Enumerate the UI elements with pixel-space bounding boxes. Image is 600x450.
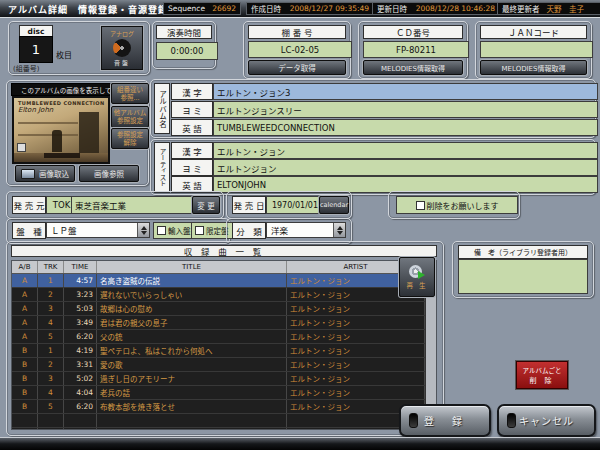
button-led-icon bbox=[409, 413, 418, 428]
track-row[interactable]: A14:57名高き盗賊の伝説エルトン・ジョン bbox=[12, 274, 425, 288]
editor-value: 天野 圭子 bbox=[547, 3, 585, 14]
album-yomi-label: ヨ ミ bbox=[171, 101, 213, 118]
created-label: 作成日時 bbox=[251, 3, 281, 14]
track-time-cell: 3:31 bbox=[64, 358, 97, 371]
track-number-cell: 5 bbox=[38, 400, 64, 413]
jan-code-field[interactable] bbox=[480, 41, 593, 58]
track-number-cell: 3 bbox=[38, 302, 64, 315]
track-title-cell bbox=[97, 428, 287, 429]
track-title-cell: 愛の歌 bbox=[97, 358, 287, 371]
spinner-icon[interactable] bbox=[137, 223, 149, 237]
group-number-ref-button[interactable]: 組番違い 参照... bbox=[111, 83, 149, 104]
album-name-group-label: アルバム名 bbox=[154, 83, 170, 134]
cover-artist-text: Elton John bbox=[18, 106, 53, 114]
calendar-button[interactable]: calendar bbox=[319, 196, 349, 214]
track-number-cell: 1 bbox=[38, 344, 64, 357]
tracklist-panel: 収 録 曲 一 覧 A/B TRK TIME TITLE ARTIST A14:… bbox=[6, 241, 444, 436]
track-side-cell: B bbox=[12, 358, 38, 371]
track-table: A/B TRK TIME TITLE ARTIST A14:57名高き盗賊の伝説… bbox=[11, 260, 437, 430]
track-time-cell: 4:04 bbox=[64, 386, 97, 399]
track-title-cell: 遅れないでいらっしゃい bbox=[97, 288, 287, 301]
publisher-name-field[interactable]: 東芝音楽工業 bbox=[71, 196, 197, 214]
track-row[interactable]: B56:20布教本部を焼き落とせエルトン・ジョン bbox=[12, 400, 425, 414]
jan-code-label: ＪＡＮコード bbox=[480, 25, 587, 39]
notes-textarea[interactable] bbox=[458, 259, 588, 294]
image-import-label: 画像取込 bbox=[39, 168, 69, 179]
data-fetch-button[interactable]: データ取得 bbox=[248, 60, 346, 75]
analog-button[interactable]: アナログ 音盤 bbox=[101, 26, 143, 70]
duration-label: 演奏時間 bbox=[156, 25, 212, 39]
image-import-button[interactable]: 画像取込 bbox=[15, 165, 75, 182]
category-dropdown[interactable]: 洋楽 bbox=[266, 222, 346, 238]
track-side-cell: A bbox=[12, 330, 38, 343]
track-artist-cell: エルトン・ジョン bbox=[287, 316, 425, 329]
cancel-button[interactable]: キャンセル bbox=[497, 404, 596, 437]
category-value: 洋楽 bbox=[271, 224, 288, 236]
album-delete-button[interactable]: アルバムごと 削 除 bbox=[516, 361, 568, 389]
album-english-field[interactable]: TUMBLEWEEDCONNECTION bbox=[213, 119, 598, 136]
cover-art-shape bbox=[44, 153, 80, 158]
cd-number-label: ＣＤ番号 bbox=[363, 25, 463, 39]
track-side-cell: B bbox=[12, 344, 38, 357]
track-title-cell: 父の銃 bbox=[97, 330, 287, 343]
track-row[interactable] bbox=[12, 428, 425, 429]
track-artist-cell: エルトン・ジョン bbox=[287, 386, 425, 399]
cover-art-shape bbox=[18, 134, 78, 136]
register-button[interactable]: 登 録 bbox=[399, 404, 491, 437]
col-side: A/B bbox=[12, 261, 38, 273]
artist-kanji-field[interactable]: エルトン・ジョン bbox=[213, 142, 598, 159]
artist-yomi-field[interactable]: エルトンジョン bbox=[213, 159, 598, 176]
track-row[interactable]: B44:04老兵の話エルトン・ジョン bbox=[12, 386, 425, 400]
play-track-button[interactable]: 再 生 bbox=[399, 257, 435, 297]
publisher-change-button[interactable]: 変 更 bbox=[192, 196, 220, 214]
spinner-icon[interactable] bbox=[333, 223, 345, 237]
track-row[interactable]: A56:20父の銃エルトン・ジョン bbox=[12, 330, 425, 344]
duration-field[interactable]: 0:00:00 bbox=[156, 42, 218, 60]
track-side-cell: B bbox=[12, 372, 38, 385]
track-row[interactable]: B23:31愛の歌エルトン・ジョン bbox=[12, 358, 425, 372]
cover-art-shape bbox=[52, 130, 62, 152]
disc-type-label: 盤 種 bbox=[12, 222, 46, 239]
cancel-button-label: キャンセル bbox=[519, 413, 574, 428]
delete-request-label: 削除をお願いします bbox=[427, 200, 499, 211]
track-number-cell bbox=[38, 414, 64, 427]
sequence-box: Sequence 26692 bbox=[163, 2, 241, 15]
import-disc-label: 輸入盤 bbox=[168, 225, 191, 236]
cd-number-group: ＣＤ番号 FP-80211 MELODIES情報取得 bbox=[358, 21, 468, 79]
other-album-ref-button[interactable]: 他アルバム 参照設定 bbox=[111, 106, 149, 128]
track-row[interactable]: A35:03故郷は心の慰めエルトン・ジョン bbox=[12, 302, 425, 316]
release-date-field[interactable]: 1970/01/01 bbox=[266, 196, 324, 214]
track-title-cell: 故郷は心の慰め bbox=[97, 302, 287, 315]
image-browse-button[interactable]: 画像参照 bbox=[79, 165, 139, 182]
track-row[interactable]: B14:19聖ペテロよ、私はこれから何処へエルトン・ジョン bbox=[12, 344, 425, 358]
cd-number-field[interactable]: FP-80211 bbox=[363, 41, 469, 58]
button-led-icon bbox=[507, 413, 516, 428]
shelf-field[interactable]: LC-02-05 bbox=[248, 41, 352, 58]
jan-melodies-fetch-button[interactable]: MELODIES情報取得 bbox=[480, 60, 587, 75]
track-row[interactable]: A43:49君は君の親父の息子エルトン・ジョン bbox=[12, 316, 425, 330]
album-yomi-field[interactable]: エルトンジョンスリー bbox=[213, 101, 598, 118]
created-value: 2008/12/27 09:35:49 bbox=[290, 4, 369, 13]
album-delete-line2: 削 除 bbox=[529, 375, 554, 385]
editor-label: 最終更新者 bbox=[502, 3, 540, 14]
track-row[interactable]: A23:23遅れないでいらっしゃいエルトン・ジョン bbox=[12, 288, 425, 302]
analog-button-top-label: アナログ bbox=[110, 29, 134, 38]
col-time: TIME bbox=[64, 261, 97, 273]
checkbox-icon bbox=[416, 201, 425, 210]
track-row[interactable] bbox=[12, 414, 425, 428]
delete-request-checkbox[interactable]: 削除をお願いします bbox=[396, 196, 518, 214]
sequence-label: Sequence bbox=[168, 4, 205, 13]
album-kanji-field[interactable]: エルトン・ジョン3 bbox=[213, 83, 598, 100]
col-trk: TRK bbox=[38, 261, 64, 273]
col-title: TITLE bbox=[97, 261, 287, 273]
track-time-cell: 4:57 bbox=[64, 274, 97, 287]
track-row[interactable]: B35:02過ぎし日のアモリーナエルトン・ジョン bbox=[12, 372, 425, 386]
created-box: 作成日時 2008/12/27 09:35:49 bbox=[246, 2, 374, 15]
notes-label: 備 考（ライブラリ登録者用） bbox=[458, 245, 588, 259]
updated-label: 更新日時 bbox=[377, 3, 407, 14]
ref-clear-button[interactable]: 参照設定 解除 bbox=[111, 128, 149, 149]
disc-type-dropdown[interactable]: ＬＰ盤 bbox=[46, 222, 150, 238]
cd-melodies-fetch-button[interactable]: MELODIES情報取得 bbox=[363, 60, 463, 75]
play-button-label: 再 生 bbox=[406, 280, 427, 290]
track-title-cell: 布教本部を焼き落とせ bbox=[97, 400, 287, 413]
